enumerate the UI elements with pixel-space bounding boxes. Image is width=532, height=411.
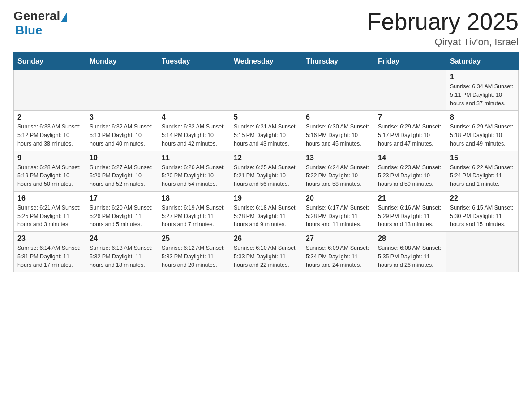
day-info: Sunrise: 6:34 AM Sunset: 5:11 PM Dayligh… [450, 82, 515, 107]
day-number: 26 [234, 235, 298, 243]
calendar-cell [14, 70, 86, 111]
day-info: Sunrise: 6:23 AM Sunset: 5:23 PM Dayligh… [378, 163, 442, 188]
day-info: Sunrise: 6:17 AM Sunset: 5:28 PM Dayligh… [306, 204, 370, 229]
day-number: 18 [162, 194, 226, 202]
calendar-cell: 7Sunrise: 6:29 AM Sunset: 5:17 PM Daylig… [374, 111, 446, 151]
day-header-tuesday: Tuesday [158, 53, 230, 70]
calendar-week-3: 9Sunrise: 6:28 AM Sunset: 5:19 PM Daylig… [14, 151, 519, 191]
calendar-cell: 17Sunrise: 6:20 AM Sunset: 5:26 PM Dayli… [86, 191, 158, 231]
day-info: Sunrise: 6:32 AM Sunset: 5:14 PM Dayligh… [162, 123, 226, 148]
day-number: 12 [234, 154, 298, 162]
calendar-cell: 8Sunrise: 6:29 AM Sunset: 5:18 PM Daylig… [446, 111, 519, 151]
day-number: 14 [378, 154, 442, 162]
calendar-header: SundayMondayTuesdayWednesdayThursdayFrid… [14, 53, 519, 70]
calendar-title: February 2025 [367, 9, 519, 34]
day-number: 11 [162, 154, 226, 162]
calendar-cell [86, 70, 158, 111]
day-number: 5 [234, 113, 298, 121]
day-number: 1 [450, 73, 515, 81]
day-info: Sunrise: 6:13 AM Sunset: 5:32 PM Dayligh… [90, 244, 154, 269]
day-info: Sunrise: 6:12 AM Sunset: 5:33 PM Dayligh… [162, 244, 226, 269]
day-number: 2 [17, 113, 82, 121]
calendar-table: SundayMondayTuesdayWednesdayThursdayFrid… [13, 52, 519, 272]
calendar-cell: 4Sunrise: 6:32 AM Sunset: 5:14 PM Daylig… [158, 111, 230, 151]
calendar-cell: 2Sunrise: 6:33 AM Sunset: 5:12 PM Daylig… [14, 111, 86, 151]
day-info: Sunrise: 6:24 AM Sunset: 5:22 PM Dayligh… [306, 163, 370, 188]
day-info: Sunrise: 6:21 AM Sunset: 5:25 PM Dayligh… [17, 204, 82, 229]
calendar-cell [158, 70, 230, 111]
calendar-cell: 23Sunrise: 6:14 AM Sunset: 5:31 PM Dayli… [14, 232, 86, 272]
calendar-week-5: 23Sunrise: 6:14 AM Sunset: 5:31 PM Dayli… [14, 232, 519, 272]
calendar-subtitle: Qiryat Tiv'on, Israel [367, 36, 519, 48]
day-info: Sunrise: 6:20 AM Sunset: 5:26 PM Dayligh… [90, 204, 154, 229]
calendar-cell: 6Sunrise: 6:30 AM Sunset: 5:16 PM Daylig… [302, 111, 374, 151]
calendar-cell: 15Sunrise: 6:22 AM Sunset: 5:24 PM Dayli… [446, 151, 519, 191]
day-header-sunday: Sunday [14, 53, 86, 70]
day-info: Sunrise: 6:22 AM Sunset: 5:24 PM Dayligh… [450, 163, 515, 188]
day-number: 6 [306, 113, 370, 121]
day-number: 28 [378, 235, 442, 243]
day-number: 10 [90, 154, 154, 162]
day-number: 22 [450, 194, 515, 202]
calendar-cell [374, 70, 446, 111]
day-header-saturday: Saturday [446, 53, 519, 70]
day-info: Sunrise: 6:09 AM Sunset: 5:34 PM Dayligh… [306, 244, 370, 269]
calendar-cell: 1Sunrise: 6:34 AM Sunset: 5:11 PM Daylig… [446, 70, 519, 111]
calendar-body: 1Sunrise: 6:34 AM Sunset: 5:11 PM Daylig… [14, 70, 519, 272]
calendar-cell [230, 70, 302, 111]
day-number: 4 [162, 113, 226, 121]
calendar-cell: 20Sunrise: 6:17 AM Sunset: 5:28 PM Dayli… [302, 191, 374, 231]
day-info: Sunrise: 6:10 AM Sunset: 5:33 PM Dayligh… [234, 244, 298, 269]
day-info: Sunrise: 6:27 AM Sunset: 5:20 PM Dayligh… [90, 163, 154, 188]
day-number: 25 [162, 235, 226, 243]
calendar-week-1: 1Sunrise: 6:34 AM Sunset: 5:11 PM Daylig… [14, 70, 519, 111]
day-number: 3 [90, 113, 154, 121]
calendar-week-2: 2Sunrise: 6:33 AM Sunset: 5:12 PM Daylig… [14, 111, 519, 151]
day-header-wednesday: Wednesday [230, 53, 302, 70]
calendar-cell: 13Sunrise: 6:24 AM Sunset: 5:22 PM Dayli… [302, 151, 374, 191]
calendar-cell: 10Sunrise: 6:27 AM Sunset: 5:20 PM Dayli… [86, 151, 158, 191]
day-info: Sunrise: 6:29 AM Sunset: 5:17 PM Dayligh… [378, 123, 442, 148]
calendar-cell: 9Sunrise: 6:28 AM Sunset: 5:19 PM Daylig… [14, 151, 86, 191]
day-number: 15 [450, 154, 515, 162]
calendar-cell: 14Sunrise: 6:23 AM Sunset: 5:23 PM Dayli… [374, 151, 446, 191]
day-header-friday: Friday [374, 53, 446, 70]
day-number: 21 [378, 194, 442, 202]
calendar-cell: 26Sunrise: 6:10 AM Sunset: 5:33 PM Dayli… [230, 232, 302, 272]
logo: General Blue [13, 9, 67, 38]
day-number: 27 [306, 235, 370, 243]
day-info: Sunrise: 6:18 AM Sunset: 5:28 PM Dayligh… [234, 204, 298, 229]
day-number: 7 [378, 113, 442, 121]
day-info: Sunrise: 6:08 AM Sunset: 5:35 PM Dayligh… [378, 244, 442, 269]
day-info: Sunrise: 6:33 AM Sunset: 5:12 PM Dayligh… [17, 123, 82, 148]
calendar-cell: 16Sunrise: 6:21 AM Sunset: 5:25 PM Dayli… [14, 191, 86, 231]
calendar-cell: 25Sunrise: 6:12 AM Sunset: 5:33 PM Dayli… [158, 232, 230, 272]
calendar-cell: 27Sunrise: 6:09 AM Sunset: 5:34 PM Dayli… [302, 232, 374, 272]
day-info: Sunrise: 6:28 AM Sunset: 5:19 PM Dayligh… [17, 163, 82, 188]
day-number: 24 [90, 235, 154, 243]
day-info: Sunrise: 6:26 AM Sunset: 5:20 PM Dayligh… [162, 163, 226, 188]
day-number: 16 [17, 194, 82, 202]
calendar-cell: 12Sunrise: 6:25 AM Sunset: 5:21 PM Dayli… [230, 151, 302, 191]
calendar-cell: 24Sunrise: 6:13 AM Sunset: 5:32 PM Dayli… [86, 232, 158, 272]
day-info: Sunrise: 6:14 AM Sunset: 5:31 PM Dayligh… [17, 244, 82, 269]
day-info: Sunrise: 6:32 AM Sunset: 5:13 PM Dayligh… [90, 123, 154, 148]
day-info: Sunrise: 6:15 AM Sunset: 5:30 PM Dayligh… [450, 204, 515, 229]
day-info: Sunrise: 6:19 AM Sunset: 5:27 PM Dayligh… [162, 204, 226, 229]
day-number: 17 [90, 194, 154, 202]
day-info: Sunrise: 6:29 AM Sunset: 5:18 PM Dayligh… [450, 123, 515, 148]
title-area: February 2025 Qiryat Tiv'on, Israel [367, 9, 519, 48]
calendar-cell: 19Sunrise: 6:18 AM Sunset: 5:28 PM Dayli… [230, 191, 302, 231]
page-header: General Blue February 2025 Qiryat Tiv'on… [13, 9, 519, 48]
day-header-monday: Monday [86, 53, 158, 70]
day-info: Sunrise: 6:31 AM Sunset: 5:15 PM Dayligh… [234, 123, 298, 148]
day-info: Sunrise: 6:25 AM Sunset: 5:21 PM Dayligh… [234, 163, 298, 188]
calendar-cell [446, 232, 519, 272]
day-number: 20 [306, 194, 370, 202]
calendar-cell: 11Sunrise: 6:26 AM Sunset: 5:20 PM Dayli… [158, 151, 230, 191]
calendar-cell: 21Sunrise: 6:16 AM Sunset: 5:29 PM Dayli… [374, 191, 446, 231]
calendar-cell [302, 70, 374, 111]
day-headers-row: SundayMondayTuesdayWednesdayThursdayFrid… [14, 53, 519, 70]
logo-general-text: General [13, 9, 60, 23]
calendar-cell: 5Sunrise: 6:31 AM Sunset: 5:15 PM Daylig… [230, 111, 302, 151]
